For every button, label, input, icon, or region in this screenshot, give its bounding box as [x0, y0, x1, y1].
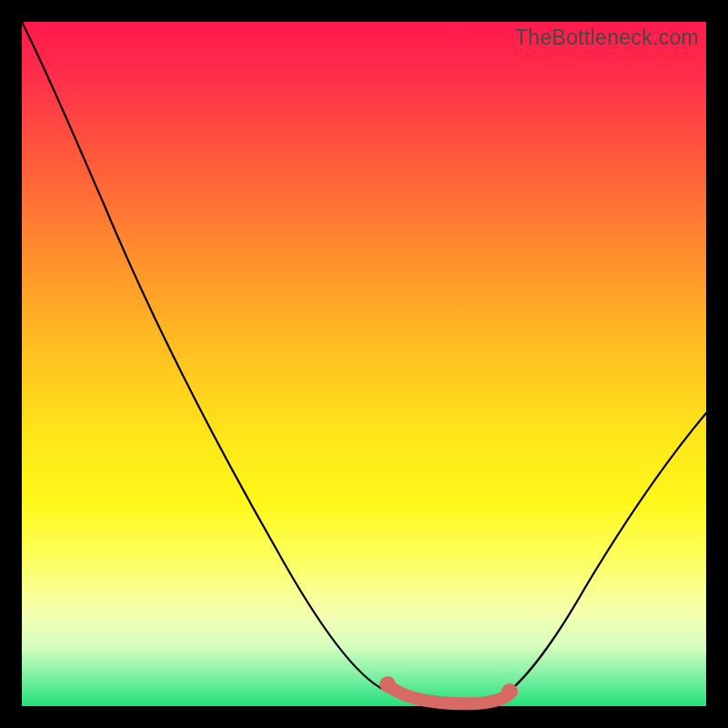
watermark-text: TheBottleneck.com	[515, 25, 699, 50]
optimal-start-marker	[379, 676, 396, 693]
chart-frame: TheBottleneck.com	[22, 22, 706, 706]
optimal-band	[391, 688, 508, 703]
bottleneck-curve	[22, 22, 706, 704]
chart-overlay	[22, 22, 706, 706]
optimal-end-marker	[501, 683, 518, 700]
